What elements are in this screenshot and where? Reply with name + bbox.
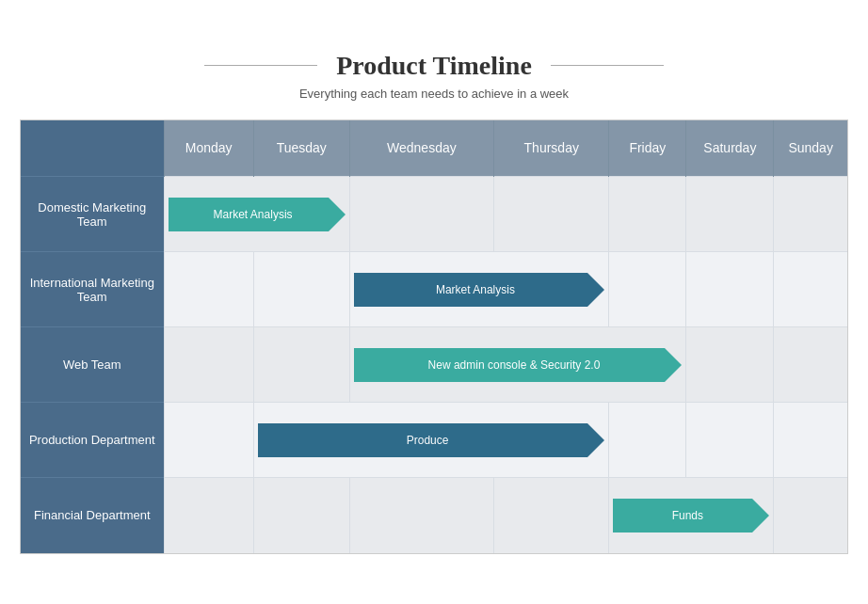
day-cell	[494, 478, 609, 553]
day-cell	[164, 327, 253, 403]
header-team-cell	[21, 120, 164, 177]
day-cell	[253, 252, 349, 327]
team-cell: Production Department	[21, 403, 164, 478]
header-area: Product Timeline Everything each team ne…	[20, 51, 848, 101]
arrow-cell: Produce	[253, 403, 608, 478]
day-cell	[253, 478, 349, 553]
day-cell	[686, 177, 774, 252]
day-cell	[774, 252, 847, 327]
header-tuesday: Tuesday	[253, 120, 349, 177]
arrow-cell: New admin console & Security 2.0	[349, 327, 686, 403]
header-sunday: Sunday	[774, 120, 847, 177]
table-row: Domestic Marketing TeamMarket Analysis	[21, 177, 847, 252]
day-cell	[253, 327, 349, 403]
timeline-wrapper: Monday Tuesday Wednesday Thursday Friday…	[20, 119, 848, 554]
header-line-left	[204, 65, 317, 66]
header-row: Monday Tuesday Wednesday Thursday Friday…	[21, 120, 847, 177]
day-cell	[494, 177, 609, 252]
day-cell	[349, 177, 494, 252]
header-thursday: Thursday	[494, 120, 609, 177]
table-row: Financial DepartmentFunds	[21, 478, 847, 553]
header-monday: Monday	[164, 120, 253, 177]
team-cell: International Marketing Team	[21, 252, 164, 327]
day-cell	[164, 252, 253, 327]
table-row: Web TeamNew admin console & Security 2.0	[21, 327, 847, 403]
day-cell	[609, 177, 686, 252]
day-cell	[609, 252, 686, 327]
page-container: Product Timeline Everything each team ne…	[10, 32, 858, 573]
page-subtitle: Everything each team needs to achieve in…	[20, 87, 848, 101]
day-cell	[164, 478, 253, 553]
header-lines: Product Timeline	[20, 51, 848, 81]
team-cell: Financial Department	[21, 478, 164, 553]
team-cell: Domestic Marketing Team	[21, 177, 164, 252]
day-cell	[774, 177, 847, 252]
day-cell	[686, 403, 774, 478]
day-cell	[774, 478, 847, 553]
page-title: Product Timeline	[317, 51, 551, 81]
team-cell: Web Team	[21, 327, 164, 403]
day-cell	[774, 403, 847, 478]
day-cell	[349, 478, 494, 553]
header-line-right	[551, 65, 664, 66]
header-saturday: Saturday	[686, 120, 774, 177]
arrow-cell: Market Analysis	[349, 252, 609, 327]
table-row: Production DepartmentProduce	[21, 403, 847, 478]
table-row: International Marketing TeamMarket Analy…	[21, 252, 847, 327]
header-friday: Friday	[609, 120, 686, 177]
arrow-cell: Funds	[609, 478, 774, 553]
day-cell	[686, 327, 774, 403]
arrow-cell: Market Analysis	[164, 177, 349, 252]
day-cell	[609, 403, 686, 478]
day-cell	[774, 327, 847, 403]
header-wednesday: Wednesday	[349, 120, 494, 177]
timeline-table: Monday Tuesday Wednesday Thursday Friday…	[21, 120, 847, 553]
day-cell	[164, 403, 253, 478]
day-cell	[686, 252, 774, 327]
